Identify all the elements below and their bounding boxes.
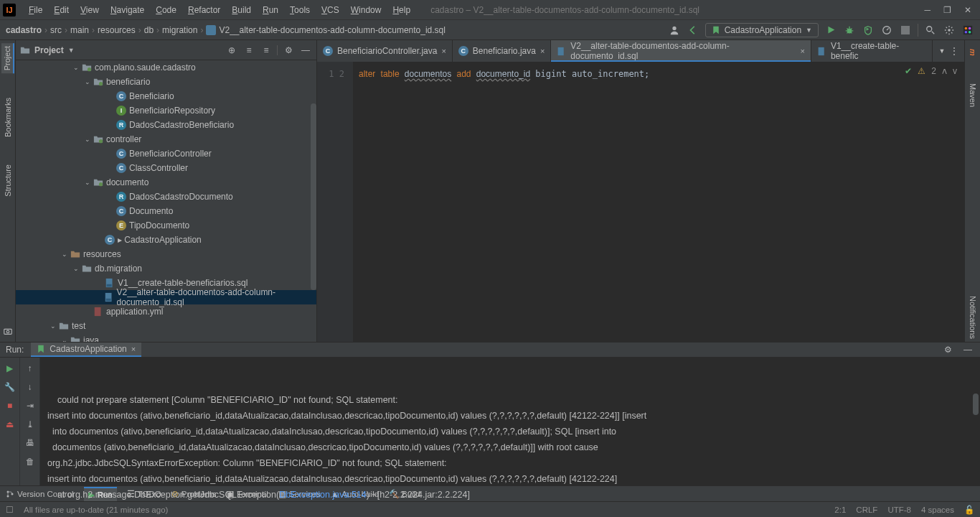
tree-item[interactable]: CClassController [16,161,316,175]
tree-item[interactable]: RDadosCadastroBeneficiario [16,118,316,132]
crumb[interactable]: migration [162,25,206,35]
expand-all-icon[interactable]: ≡ [242,44,255,57]
crumb[interactable]: db [144,25,162,35]
maximize-button[interactable]: ❐ [943,5,951,15]
tools-icon[interactable]: 🔧 [4,381,17,393]
rerun-icon[interactable]: ▶ [4,362,17,375]
minimize-button[interactable]: ─ [924,5,930,15]
down-icon[interactable]: v [953,66,957,76]
collapse-all-icon[interactable]: ≡ [260,44,273,57]
stop-button[interactable] [899,24,912,37]
gear-icon[interactable]: ⚙ [282,44,295,57]
coverage-button[interactable] [862,24,875,37]
menu-view[interactable]: View [75,5,105,15]
project-tab[interactable]: Project [1,43,14,73]
tree-item[interactable]: CDocumento [16,204,316,218]
close-icon[interactable]: × [800,47,804,55]
breadcrumb[interactable]: cadastrosrcmainresourcesdbmigrationV2__a… [6,25,451,35]
editor-tab[interactable]: V2__alter-table-documentos-add-column-do… [551,40,811,62]
stop-icon[interactable]: ■ [4,399,17,412]
svg-rect-6 [963,25,972,34]
editor-tab[interactable]: CBeneficiario.java× [453,40,552,62]
editor-tab[interactable]: CBeneficiarioController.java× [317,40,453,62]
soft-wrap-icon[interactable]: ⇥ [24,399,37,412]
crumb[interactable]: src [50,25,70,35]
crumb[interactable]: cadastro [6,25,50,35]
close-button[interactable]: ✕ [964,5,971,15]
crumb[interactable]: V2__alter-table-documentos-add-column-do… [206,25,451,35]
tree-item[interactable]: CBeneficiarioController [16,146,316,161]
select-opened-icon[interactable]: ⊕ [225,44,238,57]
tree-item[interactable]: ⌄controller [16,132,316,146]
menu-vcs[interactable]: VCS [316,5,345,15]
profile-button[interactable] [880,24,893,37]
tree-item[interactable]: RDadosCadastroDocumento [16,190,316,204]
code-area[interactable]: alter table documentos add documento_id … [353,62,964,342]
tree-item[interactable]: ⌄db.migration [16,261,316,276]
settings-icon[interactable] [943,24,956,37]
console-scrollbar[interactable] [973,393,979,415]
debug-button[interactable] [843,24,856,37]
console[interactable]: could not prepare statement [Column "BEN… [40,358,980,517]
close-icon[interactable]: × [441,47,446,55]
close-icon[interactable]: × [131,345,136,353]
tree-item[interactable]: ETipoDocumento [16,218,316,233]
tree-scrollbar[interactable] [311,103,316,290]
project-tree[interactable]: ⌄com.plano.saude.cadastro⌄beneficiarioCB… [16,60,316,342]
hide-icon[interactable]: — [961,343,974,356]
titlebar: IJ FileEditViewNavigateCodeRefactorBuild… [0,0,980,20]
svg-point-4 [927,26,932,31]
tabs-dropdown[interactable]: ▼ ⋮ [933,40,964,62]
inspection-indicator[interactable]: ✔ ⚠2 ʌ v [905,66,957,76]
menu-tools[interactable]: Tools [284,5,316,15]
maven-tab[interactable]: m [967,46,979,59]
scroll-end-icon[interactable]: ⤓ [24,418,37,431]
down-stack-icon[interactable]: ↓ [24,381,37,393]
maven-label[interactable]: Maven [967,80,979,110]
editor-tab[interactable]: V1__create-table-benefic [811,40,933,62]
event-log-icon[interactable]: ☐ [6,505,14,515]
tree-item[interactable]: ⌄test [16,319,316,333]
search-icon[interactable] [924,24,937,37]
run-tab[interactable]: CadastroApplication × [31,343,141,357]
tree-item[interactable]: IBeneficiarioRepository [16,103,316,118]
run-button[interactable] [824,24,837,37]
crumb[interactable]: resources [98,25,144,35]
notifications-tab[interactable]: Notifications [967,293,979,342]
tree-item[interactable]: ⌄beneficiario [16,75,316,89]
menu-file[interactable]: File [23,5,48,15]
bookmarks-tab[interactable]: Bookmarks [2,95,14,140]
tree-item[interactable]: ⌄com.plano.saude.cadastro [16,60,316,75]
menu-run[interactable]: Run [257,5,284,15]
clear-icon[interactable]: 🗑 [24,455,37,468]
hide-icon[interactable]: — [299,44,312,57]
back-arrow-icon[interactable] [687,24,699,37]
tree-item[interactable]: C▸ CadastroApplication [16,233,316,247]
run-config-selector[interactable]: CadastroApplication ▼ [705,23,819,37]
menu-edit[interactable]: Edit [48,5,75,15]
menu-code[interactable]: Code [150,5,182,15]
tree-item[interactable]: ⌄resources [16,247,316,261]
menu-window[interactable]: Window [345,5,387,15]
tree-item[interactable]: V2__alter-table-documentos-add-column-do… [16,290,316,304]
tree-item[interactable]: ⌄documento [16,175,316,190]
menu-build[interactable]: Build [226,5,257,15]
menu-refactor[interactable]: Refactor [182,5,226,15]
crumb[interactable]: main [70,25,98,35]
jb-icon[interactable] [961,24,974,37]
up-icon[interactable]: ʌ [942,66,947,76]
camera-icon[interactable] [1,325,14,337]
gear-icon[interactable]: ⚙ [941,343,954,356]
structure-tab[interactable]: Structure [2,162,14,200]
menu-help[interactable]: Help [387,5,416,15]
exit-icon[interactable]: ⏏ [4,418,17,431]
menu-navigate[interactable]: Navigate [105,5,150,15]
print-icon[interactable]: 🖶 [24,437,37,450]
up-stack-icon[interactable]: ↑ [24,362,37,375]
close-icon[interactable]: × [540,47,545,55]
editor[interactable]: 1 2 alter table documentos add documento… [317,62,964,342]
svg-point-14 [99,82,103,85]
tree-item[interactable]: CBeneficiario [16,89,316,103]
tree-item[interactable]: ⌄java [16,333,316,342]
user-icon[interactable] [668,24,681,37]
